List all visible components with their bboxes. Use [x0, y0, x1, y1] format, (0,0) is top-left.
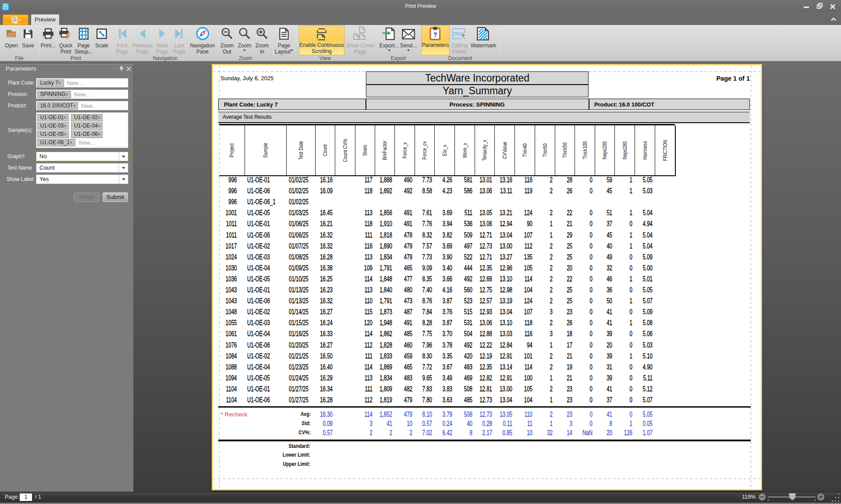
svg-text:?: ? — [433, 31, 437, 38]
